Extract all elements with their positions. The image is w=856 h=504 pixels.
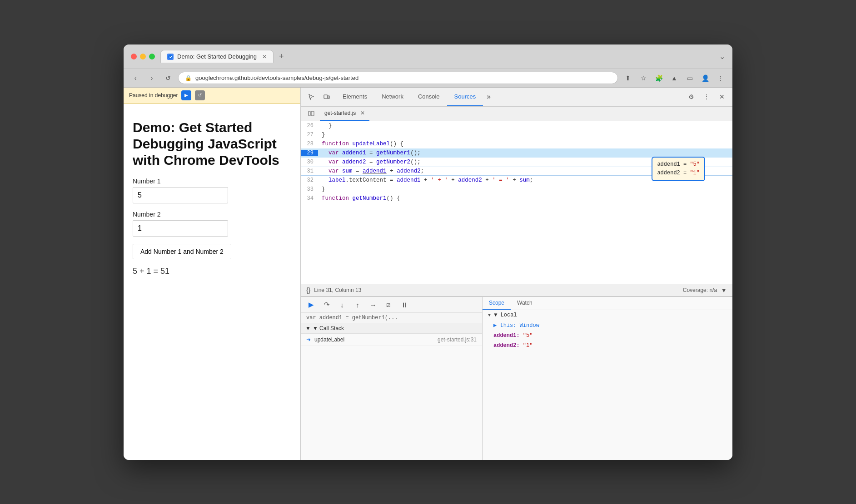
address-bar[interactable]: 🔒 googlechrome.github.io/devtools-sample… bbox=[178, 72, 618, 84]
call-stack-header[interactable]: ▼ ▼ Call Stack bbox=[301, 323, 482, 334]
main-content: Paused in debugger ▶ ↺ Demo: Get Started… bbox=[124, 88, 732, 460]
profile-icon[interactable]: 👤 bbox=[699, 72, 712, 84]
settings-icon[interactable]: ⚙ bbox=[684, 90, 698, 104]
tab-close-icon[interactable]: ✕ bbox=[262, 54, 267, 60]
share-icon[interactable]: ⬆ bbox=[622, 72, 634, 84]
line-number: 32 bbox=[301, 177, 318, 183]
debugger-label: Paused in debugger bbox=[129, 92, 178, 99]
line-number: 30 bbox=[301, 159, 318, 165]
code-line-29: 29 var addend1 = getNumber1(); addend1 =… bbox=[301, 148, 732, 158]
call-stack-triangle: ▼ bbox=[305, 325, 311, 331]
status-bar: {} Line 31, Column 13 Coverage: n/a ▼ bbox=[301, 284, 732, 296]
back-button[interactable]: ‹ bbox=[129, 72, 142, 84]
add-button[interactable]: Add Number 1 and Number 2 bbox=[133, 244, 231, 259]
code-content: } bbox=[318, 132, 732, 138]
code-content: var addend1 = getNumber1(); bbox=[318, 150, 732, 156]
coverage-icon[interactable]: ▼ bbox=[721, 287, 727, 294]
call-stack-panel: ▶ ↷ ↓ ↑ → ⧄ ⏸ var addend1 = getNumber1(.… bbox=[301, 297, 483, 460]
step-out-button[interactable]: ↑ bbox=[352, 299, 363, 311]
svg-point-0 bbox=[168, 54, 173, 59]
minimize-button[interactable] bbox=[140, 54, 146, 59]
sources-sidebar-icon[interactable] bbox=[304, 107, 318, 120]
code-line-33: 33 } bbox=[301, 185, 732, 194]
address-text: googlechrome.github.io/devtools-samples/… bbox=[195, 74, 611, 81]
file-tab-name: get-started.js bbox=[324, 110, 356, 116]
line-number: 29 bbox=[301, 150, 318, 156]
more-tabs-button[interactable]: » bbox=[483, 87, 494, 106]
browser-toolbar-icons: ⬆ ☆ 🧩 ▲ ▭ 👤 ⋮ bbox=[622, 72, 727, 84]
code-line-34: 34 function getNumber1() { bbox=[301, 194, 732, 203]
lock-icon: 🔒 bbox=[185, 75, 192, 81]
browser-window: Demo: Get Started Debugging ✕ + ⌄ ‹ › ↺ … bbox=[124, 44, 732, 460]
call-stack-function-name: updateLabel bbox=[314, 336, 344, 343]
scope-addend2-entry: addend2: "1" bbox=[483, 341, 732, 351]
tab-console[interactable]: Console bbox=[411, 87, 447, 106]
active-tab[interactable]: Demo: Get Started Debugging ✕ bbox=[160, 50, 274, 63]
number2-label: Number 2 bbox=[133, 211, 291, 218]
scope-this-entry[interactable]: ▶ this: Window bbox=[483, 320, 732, 331]
step-over-button[interactable]: ↷ bbox=[321, 299, 333, 311]
tab-title: Demo: Get Started Debugging bbox=[177, 53, 257, 60]
sidebar-icon[interactable]: ▭ bbox=[683, 72, 696, 84]
traffic-lights bbox=[131, 54, 155, 59]
number1-input[interactable] bbox=[133, 187, 228, 203]
debugger-banner: Paused in debugger ▶ ↺ bbox=[124, 88, 300, 104]
close-button[interactable] bbox=[131, 54, 137, 59]
pause-on-exceptions-button[interactable]: ⏸ bbox=[398, 299, 410, 311]
file-tab-get-started[interactable]: get-started.js ✕ bbox=[320, 106, 369, 121]
line-number: 26 bbox=[301, 123, 318, 129]
tab-network[interactable]: Network bbox=[374, 87, 411, 106]
code-line-26: 26 } bbox=[301, 121, 732, 130]
step-button2[interactable]: → bbox=[367, 299, 379, 311]
devtools-right-icons: ⚙ ⋮ ✕ bbox=[684, 90, 729, 104]
scope-local-header[interactable]: ▼ ▼ Local bbox=[483, 310, 732, 320]
code-content: function getNumber1() { bbox=[318, 195, 732, 202]
number2-input[interactable] bbox=[133, 220, 228, 237]
step-button[interactable]: ↺ bbox=[195, 90, 205, 100]
close-devtools-icon[interactable]: ✕ bbox=[715, 90, 729, 104]
tab-menu-button[interactable]: ⌄ bbox=[719, 52, 725, 61]
element-picker-icon[interactable] bbox=[304, 90, 318, 104]
line-number: 31 bbox=[301, 168, 318, 174]
menu-icon[interactable]: ⋮ bbox=[714, 72, 727, 84]
call-stack-file: get-started.js:31 bbox=[438, 336, 477, 343]
line-number: 34 bbox=[301, 195, 318, 202]
call-stack-title: ▼ Call Stack bbox=[313, 325, 344, 331]
cast-icon[interactable]: ▲ bbox=[668, 72, 681, 84]
resume-debug-button[interactable]: ▶ bbox=[305, 299, 317, 311]
status-position: Line 31, Column 13 bbox=[314, 287, 361, 293]
line-number: 28 bbox=[301, 141, 318, 147]
value-tooltip: addend1 = "5" addend2 = "1" bbox=[652, 157, 705, 181]
devtools-tabs: Elements Network Console Sources » bbox=[335, 87, 682, 106]
step-into-button[interactable]: ↓ bbox=[336, 299, 348, 311]
webpage-area: Paused in debugger ▶ ↺ Demo: Get Started… bbox=[124, 88, 301, 460]
device-toggle-icon[interactable] bbox=[320, 90, 333, 104]
reload-button[interactable]: ↺ bbox=[162, 72, 174, 84]
tab-elements[interactable]: Elements bbox=[335, 87, 374, 106]
tabs-area: Demo: Get Started Debugging ✕ + ⌄ bbox=[160, 50, 725, 63]
code-editor[interactable]: 26 } 27 } 28 function updateLabel() { 29… bbox=[301, 121, 732, 284]
new-tab-button[interactable]: + bbox=[275, 50, 288, 63]
bookmark-icon[interactable]: ☆ bbox=[637, 72, 650, 84]
tab-sources[interactable]: Sources bbox=[447, 87, 483, 106]
webpage-body: Demo: Get Started Debugging JavaScript w… bbox=[133, 115, 291, 281]
tab-scope[interactable]: Scope bbox=[483, 297, 511, 310]
number1-label: Number 1 bbox=[133, 178, 291, 185]
resume-button[interactable]: ▶ bbox=[181, 90, 191, 100]
coverage-status: Coverage: n/a bbox=[683, 287, 717, 293]
deactivate-breakpoints-button[interactable]: ⧄ bbox=[383, 299, 394, 311]
panel-tabs: Scope Watch bbox=[483, 297, 732, 310]
more-options-icon[interactable]: ⋮ bbox=[700, 90, 713, 104]
forward-button[interactable]: › bbox=[145, 72, 158, 84]
extensions-icon[interactable]: 🧩 bbox=[652, 72, 665, 84]
tab-watch[interactable]: Watch bbox=[511, 297, 539, 310]
result-text: 5 + 1 = 51 bbox=[133, 267, 291, 276]
call-stack-item-0[interactable]: ➜ updateLabel get-started.js:31 bbox=[301, 334, 482, 346]
title-bar: Demo: Get Started Debugging ✕ + ⌄ bbox=[124, 44, 732, 69]
pretty-print-icon[interactable]: {} bbox=[306, 287, 310, 294]
file-tab-close-icon[interactable]: ✕ bbox=[360, 110, 365, 116]
line-number: 33 bbox=[301, 186, 318, 193]
code-lines: 26 } 27 } 28 function updateLabel() { 29… bbox=[301, 121, 732, 203]
code-line-27: 27 } bbox=[301, 130, 732, 139]
maximize-button[interactable] bbox=[149, 54, 155, 59]
